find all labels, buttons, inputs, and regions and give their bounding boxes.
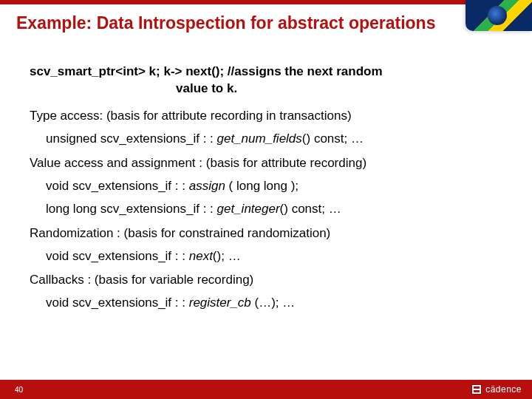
lead-line-1: scv_smart_ptr<int> k; k-> next(); //assi… xyxy=(30,64,510,81)
code-suffix: () const; … xyxy=(302,132,364,146)
randomization-sub: void scv_extensions_if : : next(); … xyxy=(46,248,510,265)
code-suffix: ( long long ); xyxy=(225,179,299,193)
topbar xyxy=(0,0,532,4)
code-suffix: (); … xyxy=(213,249,241,263)
brand-logo-icon xyxy=(471,384,482,395)
lead-code: scv_smart_ptr<int> k; k-> next(); //assi… xyxy=(30,64,510,98)
code-prefix: void scv_extensions_if : : xyxy=(46,296,189,310)
code-prefix: long long scv_extensions_if : : xyxy=(46,202,217,216)
section-value-access: Value access and assignment : (basis for… xyxy=(30,155,510,172)
brand-logo: cādence xyxy=(471,384,522,395)
value-access-sub2: long long scv_extensions_if : : get_inte… xyxy=(46,201,510,218)
code-emph: register_cb xyxy=(189,296,251,310)
section-randomization: Randomization : (basis for constrained r… xyxy=(30,225,510,242)
code-suffix: (…); … xyxy=(251,296,296,310)
section-callbacks: Callbacks : (basis for variable recordin… xyxy=(30,272,510,289)
callbacks-sub: void scv_extensions_if : : register_cb (… xyxy=(46,295,510,312)
section-type-access: Type access: (basis for attribute record… xyxy=(30,108,510,125)
corner-art xyxy=(466,0,532,31)
footer: 40 cādence xyxy=(0,380,532,399)
code-suffix: () const; … xyxy=(280,202,341,216)
code-emph: assign xyxy=(189,179,225,193)
value-access-sub1: void scv_extensions_if : : assign ( long… xyxy=(46,178,510,195)
code-prefix: void scv_extensions_if : : xyxy=(46,179,189,193)
code-prefix: void scv_extensions_if : : xyxy=(46,249,189,263)
lead-line-2: value to k. xyxy=(30,81,510,98)
brand-name: cādence xyxy=(485,384,522,395)
code-prefix: unsigned scv_extensions_if : : xyxy=(46,132,217,146)
code-emph: next xyxy=(189,249,213,263)
slide-title: Example: Data Introspection for abstract… xyxy=(16,13,443,34)
code-emph: get_num_fields xyxy=(217,132,302,146)
slide: Example: Data Introspection for abstract… xyxy=(0,0,532,399)
page-number: 40 xyxy=(15,386,23,394)
body-text: scv_smart_ptr<int> k; k-> next(); //assi… xyxy=(30,64,510,318)
type-access-sub: unsigned scv_extensions_if : : get_num_f… xyxy=(46,131,510,148)
code-emph: get_integer xyxy=(217,202,280,216)
